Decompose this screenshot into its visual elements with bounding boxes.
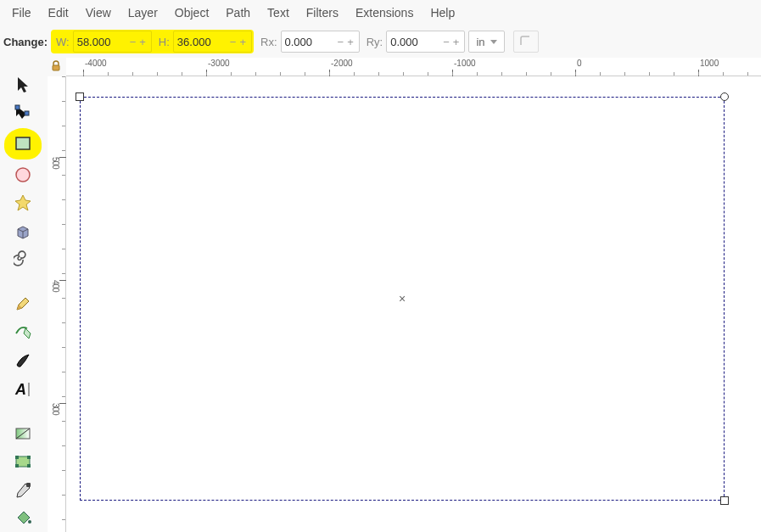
menu-object[interactable]: Object bbox=[166, 3, 217, 23]
ruler-h-tick: -2000 bbox=[331, 59, 353, 68]
svg-point-4 bbox=[16, 168, 30, 182]
rx-decrement[interactable]: − bbox=[336, 36, 346, 48]
pen-icon bbox=[14, 323, 32, 342]
svg-point-14 bbox=[28, 520, 31, 524]
spiral-tool[interactable] bbox=[7, 246, 39, 272]
gradient-tool[interactable] bbox=[7, 420, 39, 446]
gradient-icon bbox=[14, 424, 32, 443]
unit-value: in bbox=[476, 36, 484, 48]
circle-icon bbox=[14, 165, 32, 184]
ruler-h-tick: 0 bbox=[577, 59, 582, 68]
width-label: W: bbox=[56, 36, 70, 48]
change-label: Change: bbox=[3, 36, 48, 48]
horizontal-ruler[interactable]: -4000 -3000 -2000 -1000 0 1000 bbox=[66, 58, 761, 76]
menu-file[interactable]: File bbox=[3, 3, 40, 23]
ruler-v-tick: 500 bbox=[51, 157, 60, 169]
3d-box-tool[interactable] bbox=[7, 218, 39, 244]
ruler-h-tick: -1000 bbox=[454, 59, 476, 68]
menu-edit[interactable]: Edit bbox=[40, 3, 77, 23]
svg-rect-11 bbox=[15, 464, 19, 468]
pencil-icon bbox=[14, 294, 32, 313]
width-field[interactable]: − + bbox=[73, 31, 152, 53]
selector-tool[interactable] bbox=[7, 71, 39, 98]
cursor-icon bbox=[14, 76, 31, 94]
eyedropper-icon bbox=[14, 481, 32, 500]
svg-rect-0 bbox=[53, 65, 59, 70]
menu-text[interactable]: Text bbox=[259, 3, 298, 23]
svg-rect-3 bbox=[16, 137, 30, 149]
ruler-h-tick: -3000 bbox=[208, 59, 230, 68]
corner-radius-handle[interactable] bbox=[720, 92, 729, 101]
ruler-h-tick: 1000 bbox=[700, 59, 719, 68]
width-decrement[interactable]: − bbox=[128, 36, 138, 48]
corner-reset-icon bbox=[519, 36, 533, 48]
svg-rect-2 bbox=[25, 111, 29, 115]
svg-text:A: A bbox=[14, 381, 26, 398]
menu-filters[interactable]: Filters bbox=[298, 3, 347, 23]
menu-help[interactable]: Help bbox=[422, 3, 463, 23]
ry-field[interactable]: − + bbox=[386, 31, 465, 53]
ruler-h-tick: -4000 bbox=[85, 59, 107, 68]
unit-select[interactable]: in bbox=[468, 31, 504, 53]
ry-decrement[interactable]: − bbox=[441, 36, 451, 48]
lock-icon[interactable] bbox=[49, 59, 63, 73]
ruler-v-tick: 300 bbox=[51, 403, 60, 415]
height-decrement[interactable]: − bbox=[228, 36, 238, 48]
node-edit-icon bbox=[14, 104, 32, 122]
center-mark-icon: × bbox=[399, 292, 406, 305]
canvas[interactable]: × bbox=[66, 76, 761, 532]
rectangle-icon bbox=[14, 134, 32, 153]
svg-rect-9 bbox=[15, 456, 19, 459]
text-tool[interactable]: A bbox=[7, 376, 39, 402]
resize-handle-top-left[interactable] bbox=[76, 92, 84, 101]
star-icon bbox=[14, 193, 32, 212]
ry-label: Ry: bbox=[367, 36, 383, 48]
bucket-icon bbox=[14, 509, 32, 528]
menu-bar: File Edit View Layer Object Path Text Fi… bbox=[0, 0, 761, 25]
spiral-icon bbox=[14, 250, 32, 269]
svg-rect-13 bbox=[26, 483, 31, 487]
height-input[interactable] bbox=[177, 36, 228, 48]
width-increment[interactable]: + bbox=[137, 36, 148, 48]
reset-corner-button[interactable] bbox=[513, 31, 539, 53]
ruler-v-tick: 400 bbox=[51, 280, 60, 292]
pencil-tool[interactable] bbox=[7, 291, 39, 317]
ry-input[interactable] bbox=[390, 36, 441, 48]
menu-extensions[interactable]: Extensions bbox=[347, 3, 422, 23]
svg-rect-10 bbox=[27, 456, 31, 459]
toolbox: A bbox=[0, 68, 46, 532]
star-tool[interactable] bbox=[7, 189, 39, 216]
mesh-tool[interactable] bbox=[7, 449, 39, 475]
text-icon: A bbox=[14, 380, 32, 399]
rx-increment[interactable]: + bbox=[345, 36, 355, 48]
width-input[interactable] bbox=[77, 36, 128, 48]
tool-options-bar: Change: W: − + H: − + Rx: − + Ry: − + in bbox=[0, 25, 761, 58]
ellipse-tool[interactable] bbox=[7, 161, 39, 188]
cube-icon bbox=[14, 222, 32, 241]
node-tool[interactable] bbox=[7, 99, 39, 126]
ry-increment[interactable]: + bbox=[451, 36, 462, 48]
resize-handle-bottom-right[interactable] bbox=[720, 496, 729, 505]
svg-rect-1 bbox=[15, 105, 20, 109]
rectangle-tool[interactable] bbox=[4, 128, 42, 160]
calligraphy-tool[interactable] bbox=[7, 347, 39, 373]
rx-input[interactable] bbox=[285, 36, 336, 48]
height-label: H: bbox=[159, 36, 170, 48]
menu-layer[interactable]: Layer bbox=[120, 3, 166, 23]
menu-view[interactable]: View bbox=[77, 3, 120, 23]
bezier-tool[interactable] bbox=[7, 319, 39, 345]
chevron-down-icon bbox=[490, 40, 497, 44]
rx-field[interactable]: − + bbox=[281, 31, 360, 53]
height-increment[interactable]: + bbox=[238, 36, 248, 48]
vertical-ruler[interactable]: 500 400 300 bbox=[48, 76, 66, 532]
dropper-tool[interactable] bbox=[7, 477, 39, 503]
menu-path[interactable]: Path bbox=[217, 3, 259, 23]
selected-rectangle[interactable]: × bbox=[80, 97, 725, 501]
rx-label: Rx: bbox=[260, 36, 277, 48]
mesh-icon bbox=[14, 452, 32, 471]
paint-bucket-tool[interactable] bbox=[7, 505, 39, 531]
brush-icon bbox=[14, 351, 32, 370]
svg-rect-12 bbox=[27, 464, 31, 468]
height-field[interactable]: − + bbox=[173, 31, 252, 53]
